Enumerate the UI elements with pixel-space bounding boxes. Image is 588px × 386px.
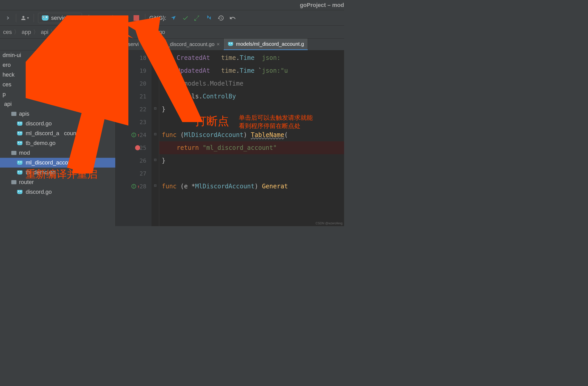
gutter-line[interactable]: 18 xyxy=(116,51,151,64)
code-line[interactable]: UpdatedAt time.Time `json:"u xyxy=(159,64,344,77)
git-branches-icon[interactable] xyxy=(204,13,214,23)
coverage-icon[interactable] xyxy=(108,13,117,23)
tree-item[interactable]: ces xyxy=(0,80,115,89)
expand-all-icon[interactable] xyxy=(84,41,91,48)
fold-marker[interactable]: ⊟ xyxy=(151,127,159,140)
svg-point-2 xyxy=(76,44,78,45)
gutter-line[interactable]: 26 xyxy=(116,154,151,167)
go-file-icon xyxy=(17,170,23,174)
code-line[interactable]: func (MlDiscordAccount) TableName( xyxy=(159,128,344,141)
git-history-icon[interactable] xyxy=(216,13,225,23)
tree-item[interactable]: heck xyxy=(0,70,115,80)
fold-marker[interactable] xyxy=(151,115,159,127)
override-up-icon[interactable]: ↑ xyxy=(137,132,140,138)
tree-item[interactable]: router xyxy=(0,177,115,187)
code-lines[interactable]: CreatedAt time.Time json: UpdatedAt time… xyxy=(159,50,344,226)
override-up-icon[interactable]: ↑ xyxy=(137,184,140,189)
tree-item[interactable]: ero xyxy=(0,60,115,70)
breadcrumb-item[interactable]: models xyxy=(56,29,78,35)
tree-item[interactable]: api xyxy=(0,99,115,109)
settings-icon[interactable] xyxy=(106,41,113,48)
collapse-all-icon[interactable] xyxy=(95,41,102,48)
window-title: goProject – mod xyxy=(300,0,344,10)
fold-marker[interactable] xyxy=(151,76,159,89)
folder-icon xyxy=(11,151,16,155)
tree-item[interactable]: discord.go xyxy=(0,119,115,128)
code-line[interactable]: func (e *MlDiscordAccount) Generat xyxy=(159,180,344,193)
gutter-line[interactable]: 25 xyxy=(116,141,151,154)
git-push-icon[interactable] xyxy=(193,13,202,23)
tree-item[interactable]: dmin-ui xyxy=(0,50,115,60)
code-line[interactable] xyxy=(159,167,344,180)
tree-item-label: ero xyxy=(3,62,11,68)
method-marker-icon[interactable]: I xyxy=(131,184,136,189)
gutter-line[interactable]: 27 xyxy=(116,167,151,180)
code-line[interactable]: models.ControlBy xyxy=(159,90,344,103)
breadcrumb-bar: ces〉 app〉 api〉 models〉 discord_ t.go xyxy=(0,26,344,39)
breadcrumb-item[interactable]: app xyxy=(20,29,33,35)
close-icon[interactable]: ✕ xyxy=(216,42,220,47)
code-line[interactable] xyxy=(159,116,344,128)
go-gopher-icon xyxy=(42,15,49,21)
method-marker-icon[interactable]: I xyxy=(131,133,136,137)
breadcrumb-item[interactable]: ces xyxy=(1,29,14,35)
tree-item[interactable]: tb_demo.go xyxy=(0,168,115,177)
tree-item[interactable]: p xyxy=(0,89,115,99)
fold-marker[interactable] xyxy=(151,140,159,153)
breadcrumb-item[interactable]: t.go xyxy=(154,29,167,35)
breakpoint-dot[interactable] xyxy=(135,145,140,150)
fold-marker[interactable]: ⊟ xyxy=(151,179,159,192)
fold-marker[interactable] xyxy=(151,50,159,63)
fold-marker[interactable] xyxy=(151,166,159,179)
folder-icon xyxy=(11,112,16,116)
code-line[interactable]: //models.ModelTime xyxy=(159,77,344,90)
tree-item[interactable]: tb_demo.go xyxy=(0,138,115,148)
tree-item[interactable]: apis xyxy=(0,109,115,119)
line-gutter[interactable]: 18192021222324I↑25262728I↑ xyxy=(116,50,151,226)
locate-icon[interactable] xyxy=(73,41,80,48)
gutter-line[interactable]: 21 xyxy=(116,90,151,103)
tree-item-label: ml_discord_a count.go xyxy=(26,130,86,137)
forward-arrow-icon[interactable] xyxy=(3,13,12,23)
fold-marker[interactable] xyxy=(151,89,159,102)
code-line[interactable]: return "ml_discord_account" xyxy=(159,141,344,154)
gutter-line[interactable]: 23 xyxy=(116,116,151,128)
gutter-line[interactable]: 20 xyxy=(116,77,151,90)
gutter-line[interactable]: 19 xyxy=(116,64,151,77)
code-line[interactable]: } xyxy=(159,103,344,116)
run-config-selector[interactable]: services ▼ xyxy=(38,13,82,23)
stop-icon[interactable] xyxy=(132,13,141,23)
gutter-line[interactable]: 24I↑ xyxy=(116,128,151,141)
tree-item[interactable]: mod xyxy=(0,148,115,158)
code-line[interactable]: CreatedAt time.Time json: xyxy=(159,51,344,64)
code-line[interactable]: } xyxy=(159,154,344,167)
gutter-line[interactable]: 22 xyxy=(116,103,151,116)
git-commit-icon[interactable] xyxy=(181,13,190,23)
gutter-line[interactable]: 28I↑ xyxy=(116,180,151,193)
tree-item[interactable]: discord.go xyxy=(0,187,115,197)
toolbar-divider xyxy=(34,14,34,22)
project-sidebar: dmin-uieroheckcespapiapisdiscord.goml_di… xyxy=(0,39,116,226)
profile-icon[interactable]: ▼ xyxy=(20,13,30,23)
editor-tab-active[interactable]: models/ml_discord_account.g xyxy=(224,39,308,50)
tree-item[interactable]: ml_discord_a count.go xyxy=(0,128,115,138)
fold-column[interactable]: ⊟⊟⊟⊟ xyxy=(151,50,159,226)
breadcrumb-item[interactable]: api xyxy=(39,29,50,35)
tree-item-label: p xyxy=(3,91,6,98)
git-update-icon[interactable] xyxy=(169,13,178,23)
debug-icon[interactable] xyxy=(96,13,106,23)
title-bar: goProject – mod xyxy=(0,0,344,10)
git-rollback-icon[interactable] xyxy=(228,13,237,23)
code-editor[interactable]: 18192021222324I↑25262728I↑ ⊟⊟⊟⊟ CreatedA… xyxy=(116,50,344,226)
breadcrumb-item[interactable]: discord_ xyxy=(84,29,118,35)
fold-marker[interactable]: ⊟ xyxy=(151,153,159,166)
tree-item[interactable]: ml_discord_account.go xyxy=(0,158,115,168)
editor-tabs: servi l_discord_account.go ✕ models/ml_d… xyxy=(116,39,344,50)
fold-marker[interactable]: ⊟ xyxy=(151,102,159,115)
fold-marker[interactable] xyxy=(151,63,159,76)
profiler-icon[interactable]: ▼ xyxy=(120,13,129,23)
tree-item-label: ces xyxy=(3,81,11,88)
run-restart-icon[interactable] xyxy=(84,13,94,23)
project-tree[interactable]: dmin-uieroheckcespapiapisdiscord.goml_di… xyxy=(0,50,115,226)
editor-tab[interactable]: servi l_discord_account.go ✕ xyxy=(116,39,224,50)
